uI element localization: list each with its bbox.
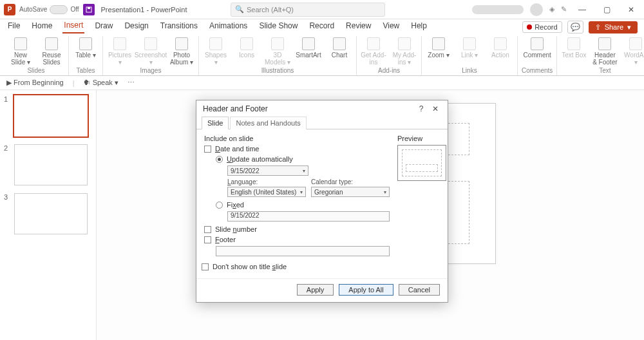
dont-show-title-checkbox[interactable]: [202, 263, 209, 270]
dialog-close-button[interactable]: ✕: [428, 104, 442, 113]
dialog-help-button[interactable]: ?: [414, 104, 428, 113]
preview-label: Preview: [397, 135, 446, 142]
fixed-date-input[interactable]: 9/15/2022: [227, 211, 390, 222]
footer-checkbox[interactable]: [204, 236, 211, 243]
language-dropdown[interactable]: English (United States)▾: [227, 187, 306, 197]
slide-number-label: Slide number: [215, 225, 257, 233]
cancel-button[interactable]: Cancel: [399, 284, 440, 296]
fixed-label: Fixed: [227, 201, 244, 209]
tab-notes-handouts[interactable]: Notes and Handouts: [230, 117, 306, 129]
update-automatically-label: Update automatically: [227, 155, 293, 163]
footer-input[interactable]: [216, 246, 390, 256]
apply-button[interactable]: Apply: [297, 284, 334, 296]
update-automatically-radio[interactable]: [216, 156, 223, 163]
calendar-type-dropdown[interactable]: Gregorian▾: [311, 187, 390, 197]
dont-show-title-label: Don't show on title slide: [213, 263, 287, 270]
header-footer-dialog: Header and Footer ? ✕ Slide Notes and Ha…: [196, 100, 448, 303]
fixed-radio[interactable]: [216, 202, 223, 209]
dialog-title: Header and Footer: [203, 104, 414, 113]
date-time-label: Date and time: [215, 145, 260, 153]
date-dropdown[interactable]: 9/15/2022▾: [227, 165, 308, 176]
calendar-type-label: Calendar type:: [311, 178, 390, 185]
apply-to-all-button[interactable]: Apply to All: [339, 284, 393, 296]
tab-slide[interactable]: Slide: [202, 117, 229, 129]
modal-overlay: Header and Footer ? ✕ Slide Notes and Ha…: [0, 0, 644, 340]
include-on-slide-label: Include on slide: [204, 135, 390, 142]
preview-box: [397, 145, 446, 181]
date-time-checkbox[interactable]: [204, 146, 211, 153]
footer-label: Footer: [215, 236, 236, 243]
language-label: Language:: [227, 178, 306, 185]
slide-number-checkbox[interactable]: [204, 226, 211, 233]
